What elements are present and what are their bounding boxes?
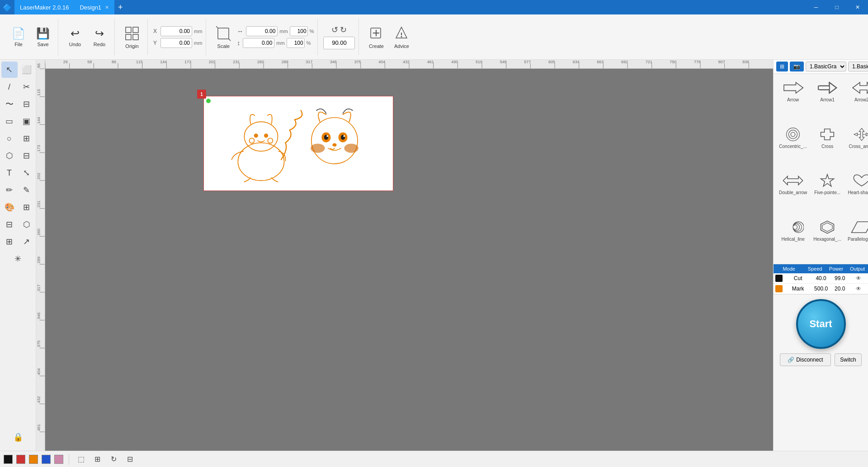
selection-handle[interactable]: 1 — [197, 90, 206, 99]
rotate-ccw-icon[interactable]: ↺ — [331, 25, 338, 35]
disconnect-button[interactable]: 🔗 Disconnect — [780, 353, 831, 366]
file-button[interactable]: 📄 File — [7, 21, 30, 53]
shape-item-double-arrow[interactable]: Double_arrow — [777, 170, 809, 214]
save-button[interactable]: 💾 Save — [32, 21, 54, 53]
shape-item-heart[interactable]: Heart-shaped — [846, 170, 868, 214]
select-tools: ↖ ⬜ — [1, 62, 35, 78]
rotate-cw-icon[interactable]: ↻ — [340, 25, 347, 35]
start-button[interactable]: Start — [796, 299, 846, 349]
effects-button[interactable]: ✳ — [10, 251, 26, 267]
close-button[interactable]: ✕ — [847, 0, 868, 14]
design-canvas[interactable]: 1 — [203, 96, 393, 191]
svg-point-19 — [311, 118, 358, 164]
undo-label: Undo — [69, 42, 81, 47]
canvas-background[interactable]: 1 — [45, 69, 773, 451]
maximize-button[interactable]: □ — [826, 0, 847, 14]
fill-tool-button[interactable]: ✎ — [19, 182, 35, 198]
rotate-input[interactable] — [323, 37, 355, 49]
y-label: Y — [153, 40, 159, 46]
history-group: ↩ Undo ↪ Redo — [60, 19, 115, 55]
shape-label-arrow1: Arrow1 — [820, 97, 835, 102]
svg-marker-30 — [818, 82, 836, 93]
layer-visibility-mark[interactable]: 👁 — [849, 284, 868, 294]
svg-point-36 — [789, 130, 797, 138]
height-pct-input[interactable] — [287, 38, 305, 48]
offset-tool-button[interactable]: ▣ — [19, 113, 35, 129]
undo-icon: ↩ — [71, 27, 80, 40]
layer-visibility-cut[interactable]: 👁 — [849, 273, 868, 283]
pencil-tool-button[interactable]: ✏ — [1, 182, 18, 198]
scale-button[interactable]: Scale — [212, 21, 235, 53]
layers-button[interactable]: ⊟ — [1, 216, 18, 233]
line-tool-button[interactable]: / — [1, 79, 18, 95]
tab-close-icon[interactable]: ✕ — [105, 5, 109, 10]
width-input[interactable] — [246, 26, 278, 36]
circle-tool-button[interactable]: ○ — [1, 130, 18, 147]
camera-button[interactable]: 📷 — [790, 62, 804, 71]
undo-button[interactable]: ↩ Undo — [64, 21, 86, 53]
shape-item-hexagonal[interactable]: Hexagonal_... — [811, 217, 843, 261]
lock-button-area: 🔒 — [6, 425, 30, 449]
origin-button[interactable]: Origin — [120, 21, 144, 53]
shape-item-parallelogram[interactable]: Parallelogram — [846, 217, 868, 261]
color-black[interactable] — [4, 455, 13, 464]
concentric-shape-icon — [782, 126, 804, 143]
layer-color-mark — [775, 285, 783, 292]
switch-button[interactable]: Switch — [835, 353, 862, 366]
color-red[interactable] — [16, 455, 25, 464]
shape-item-arrow[interactable]: Arrow — [777, 77, 809, 121]
svg-point-24 — [326, 135, 328, 137]
canvas-area[interactable]: 1 — [36, 60, 773, 451]
shape-panel-view-button[interactable]: ⊞ — [776, 62, 788, 71]
shape-item-cross[interactable]: Cross — [811, 124, 843, 168]
title-bar: 🔷 LaserMaker 2.0.16 Design1 ✕ + ─ □ ✕ — [0, 0, 868, 14]
select-tool-button[interactable]: ↖ — [1, 62, 18, 78]
color-blue[interactable] — [42, 455, 51, 464]
lock-button[interactable]: 🔒 — [10, 429, 26, 445]
shape-subcategory-select[interactable]: 1.Basic 2.Stars — [848, 62, 868, 71]
bottom-refresh-tool[interactable]: ↻ — [107, 453, 120, 466]
advice-button[interactable]: Advice — [390, 21, 413, 53]
table-button[interactable]: ⊞ — [1, 234, 18, 250]
shape-item-arrow2[interactable]: Arrow2 — [846, 77, 868, 121]
x-input[interactable] — [160, 26, 192, 36]
distribute-tool-button[interactable]: ⊞ — [19, 130, 35, 147]
color-orange[interactable] — [29, 455, 38, 464]
align-tool-button[interactable]: ⊟ — [19, 96, 35, 112]
shape-item-cross-arrow[interactable]: Cross_arrow — [846, 124, 868, 168]
color-grid-button[interactable]: ⊞ — [19, 199, 35, 215]
eyedropper-tool-button[interactable]: 🎨 — [1, 199, 18, 215]
new-tab-button[interactable]: + — [114, 0, 127, 14]
shape-category-select[interactable]: 1.BasicGra 2.Animals 3.Patterns — [806, 62, 846, 71]
toolbar: 📄 File 💾 Save ↩ Undo ↪ Redo Origin — [0, 14, 868, 60]
y-input[interactable] — [160, 38, 192, 48]
cut-tool-button[interactable]: ✂ — [19, 79, 35, 95]
grid-tool-button[interactable]: ⊟ — [19, 148, 35, 164]
color-pink[interactable] — [54, 455, 63, 464]
rect-tool-button[interactable]: ▭ — [1, 113, 18, 129]
design-tab[interactable]: Design1 ✕ — [74, 0, 114, 14]
text-tool-button[interactable]: T — [1, 165, 18, 181]
node-tool-button[interactable]: ⬜ — [19, 62, 35, 78]
height-input[interactable] — [243, 38, 274, 48]
shape-item-five-star[interactable]: Five-pointe... — [811, 170, 843, 214]
bottom-group-tool[interactable]: ⊞ — [91, 453, 104, 466]
bottom-select-tool[interactable]: ⬚ — [75, 453, 87, 466]
curve-tool-button[interactable]: 〜 — [1, 96, 18, 112]
layer-row-mark[interactable]: Mark 500.0 20.0 👁 — [774, 284, 868, 294]
camera-icon: 📷 — [793, 63, 800, 70]
width-pct-input[interactable] — [290, 26, 308, 36]
layer-row-cut[interactable]: Cut 40.0 99.0 👁 — [774, 273, 868, 284]
shape-item-arrow1[interactable]: Arrow1 — [811, 77, 843, 121]
shape-item-concentric[interactable]: Concentric_... — [777, 124, 809, 168]
text-on-path-button[interactable]: ⤡ — [19, 165, 35, 181]
redo-button[interactable]: ↪ Redo — [88, 21, 111, 53]
shape-item-helical[interactable]: Helical_line — [777, 217, 809, 261]
arrow-shape-icon — [782, 79, 804, 96]
polygon-tool-button[interactable]: ⬡ — [1, 148, 18, 164]
path-tool-button[interactable]: ↗ — [19, 234, 35, 250]
minimize-button[interactable]: ─ — [806, 0, 826, 14]
bottom-grid-tool[interactable]: ⊟ — [123, 453, 136, 466]
group-tool-button[interactable]: ⬡ — [19, 216, 35, 233]
create-button[interactable]: Create — [364, 21, 388, 53]
